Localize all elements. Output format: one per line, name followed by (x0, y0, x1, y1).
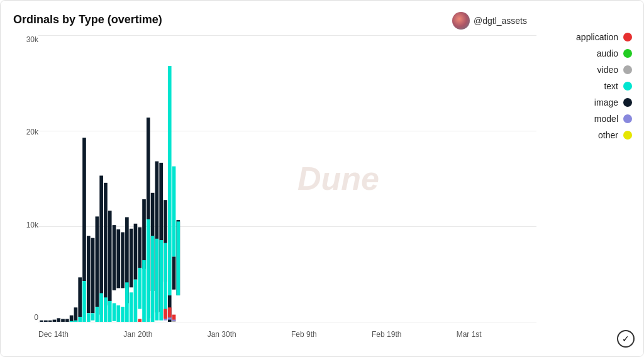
svg-rect-32 (121, 307, 125, 322)
attribution-handle: @dgtl_assets (474, 16, 527, 26)
x-axis: Dec 14th Jan 20th Jan 30th Feb 9th Feb 1… (38, 330, 536, 339)
legend-item-other: other (576, 130, 632, 140)
svg-rect-16 (87, 313, 91, 322)
svg-rect-0 (40, 321, 43, 322)
svg-rect-7 (70, 316, 74, 322)
svg-rect-38 (134, 280, 138, 322)
svg-rect-53 (164, 243, 167, 319)
legend-dot-other (623, 131, 632, 140)
grid-line-bottom (38, 322, 536, 322)
svg-rect-31 (121, 233, 125, 288)
legend-dot-audio (623, 49, 632, 58)
svg-rect-49 (155, 239, 159, 321)
svg-rect-41 (138, 319, 142, 322)
legend-label-image: image (594, 97, 618, 107)
legend-item-text: text (576, 81, 632, 91)
svg-rect-17 (91, 238, 95, 314)
svg-rect-12 (78, 317, 82, 322)
legend-item-image: image (576, 97, 632, 107)
svg-rect-54 (164, 309, 167, 319)
svg-rect-27 (113, 225, 116, 290)
svg-rect-14 (82, 281, 86, 322)
svg-rect-25 (108, 211, 112, 301)
svg-rect-59 (168, 317, 172, 319)
svg-rect-47 (151, 236, 155, 322)
legend-dot-model (623, 114, 632, 123)
legend-dot-application (623, 33, 632, 41)
svg-rect-22 (99, 293, 103, 322)
svg-rect-26 (108, 301, 112, 322)
svg-rect-8 (70, 321, 74, 322)
svg-rect-23 (104, 183, 108, 305)
svg-rect-51 (159, 240, 163, 321)
svg-rect-37 (134, 224, 138, 280)
svg-rect-40 (138, 268, 142, 309)
svg-rect-1 (44, 321, 48, 322)
svg-rect-64 (172, 320, 176, 321)
svg-rect-20 (96, 307, 99, 322)
y-label-20k: 20k (26, 128, 38, 136)
avatar-icon (452, 12, 470, 30)
svg-rect-18 (91, 313, 95, 320)
y-label-0: 0 (34, 313, 38, 322)
y-axis: 30k 20k 10k 0 (10, 35, 38, 322)
x-label-dec14: Dec 14th (38, 330, 69, 339)
legend-label-text: text (604, 81, 618, 91)
svg-rect-35 (130, 229, 133, 287)
svg-rect-2 (48, 321, 52, 322)
x-label-jan30: Jan 30th (208, 330, 236, 339)
svg-rect-15 (87, 236, 91, 313)
svg-rect-5 (61, 319, 65, 322)
x-label-feb19: Feb 19th (372, 330, 401, 339)
svg-rect-24 (104, 297, 108, 322)
bar-chart-svg (38, 35, 536, 322)
svg-rect-11 (78, 277, 82, 317)
legend-dot-text (623, 82, 632, 91)
legend-item-application: application (576, 32, 632, 42)
legend-dot-image (623, 98, 632, 107)
legend-label-other: other (598, 130, 618, 140)
svg-rect-36 (130, 292, 133, 322)
svg-rect-42 (142, 199, 146, 269)
svg-rect-61 (172, 167, 176, 257)
attribution: @dgtl_assets (452, 12, 527, 30)
svg-rect-28 (113, 303, 116, 321)
svg-rect-43 (142, 260, 146, 322)
legend-label-application: application (576, 32, 618, 42)
svg-rect-30 (116, 305, 120, 322)
legend-label-audio: audio (597, 48, 618, 58)
svg-rect-39 (138, 228, 142, 268)
svg-rect-4 (57, 318, 60, 322)
svg-rect-19 (96, 216, 99, 307)
svg-rect-58 (168, 307, 172, 317)
x-label-feb9: Feb 9th (291, 330, 317, 339)
y-label-10k: 10k (26, 221, 38, 229)
legend-label-model: model (594, 114, 618, 124)
svg-rect-6 (65, 319, 69, 322)
svg-rect-55 (164, 319, 167, 320)
svg-rect-63 (172, 321, 176, 322)
x-label-jan20: Jan 20th (123, 330, 152, 339)
x-label-mar1: Mar 1st (457, 330, 482, 339)
chart-title: Ordinals by Type (overtime) (13, 13, 631, 26)
y-label-30k: 30k (26, 35, 38, 44)
legend-item-audio: audio (576, 48, 632, 58)
legend-label-video: video (597, 65, 618, 75)
svg-rect-9 (74, 307, 78, 322)
svg-rect-34 (125, 282, 129, 322)
svg-rect-3 (53, 320, 57, 322)
svg-rect-10 (74, 321, 78, 322)
svg-rect-13 (82, 138, 86, 281)
verify-icon: ✓ (617, 330, 635, 348)
svg-rect-57 (168, 66, 172, 295)
legend: application audio video text image model… (576, 32, 632, 140)
chart-container: Ordinals by Type (overtime) @dgtl_assets… (0, 0, 644, 357)
svg-rect-45 (147, 219, 150, 322)
svg-rect-60 (172, 256, 176, 289)
legend-item-model: model (576, 114, 632, 124)
legend-item-video: video (576, 65, 632, 75)
svg-rect-66 (176, 221, 180, 295)
svg-rect-29 (116, 229, 120, 288)
legend-dot-video (623, 65, 632, 74)
